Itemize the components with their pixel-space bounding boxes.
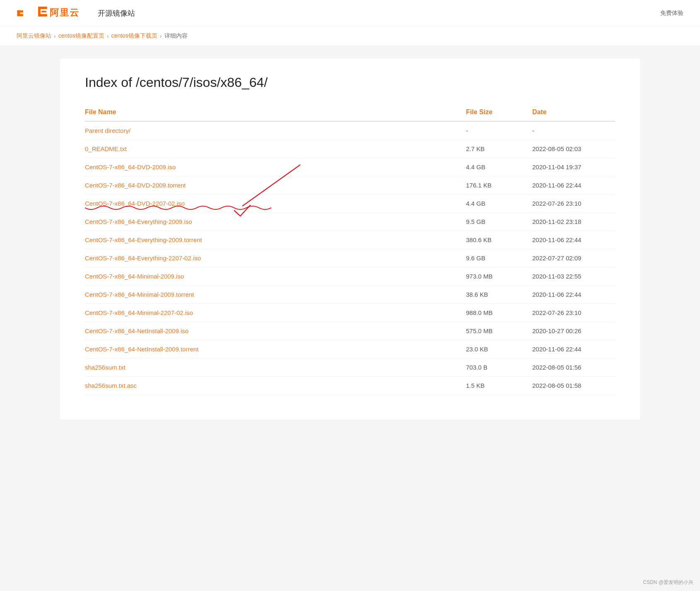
- breadcrumb: 阿里云镜像站 › centos镜像配置页 › centos镜像下载页 › 详细内…: [17, 32, 683, 40]
- table-row: CentOS-7-x86_64-NetInstall-2009.iso575.0…: [85, 322, 615, 340]
- file-link[interactable]: CentOS-7-x86_64-NetInstall-2009.torrent: [85, 346, 198, 353]
- breadcrumb-bar: 阿里云镜像站 › centos镜像配置页 › centos镜像下载页 › 详细内…: [0, 26, 700, 46]
- file-link[interactable]: sha256sum.txt: [85, 364, 126, 371]
- file-link[interactable]: CentOS-7-x86_64-DVD-2009.iso: [85, 163, 176, 171]
- file-link[interactable]: CentOS-7-x86_64-DVD-2009.torrent: [85, 182, 186, 189]
- file-name-cell[interactable]: CentOS-7-x86_64-DVD-2009.iso: [85, 158, 466, 176]
- table-row: CentOS-7-x86_64-Minimal-2009.iso973.0 MB…: [85, 267, 615, 286]
- table-row: CentOS-7-x86_64-DVD-2009.iso4.4 GB2020-1…: [85, 158, 615, 176]
- file-date-cell: 2022-07-26 23:10: [532, 304, 615, 322]
- file-link[interactable]: CentOS-7-x86_64-Everything-2009.iso: [85, 218, 192, 225]
- breadcrumb-home[interactable]: 阿里云镜像站: [17, 32, 51, 40]
- aliyun-full-logo: 阿里云: [38, 3, 88, 20]
- file-name-cell[interactable]: sha256sum.txt: [85, 358, 466, 377]
- file-size-cell: 176.1 KB: [466, 176, 532, 195]
- main-content: Index of /centos/7/isos/x86_64/ File Nam…: [60, 58, 640, 420]
- file-link[interactable]: CentOS-7-x86_64-Everything-2009.torrent: [85, 236, 202, 243]
- logo-brand: 阿里云: [38, 3, 88, 23]
- header-free-trial[interactable]: 免费体验: [660, 10, 683, 17]
- file-link[interactable]: CentOS-7-x86_64-Everything-2207-02.iso: [85, 255, 201, 262]
- file-name-cell[interactable]: CentOS-7-x86_64-Minimal-2009.torrent: [85, 286, 466, 304]
- file-name-cell[interactable]: CentOS-7-x86_64-Everything-2009.torrent: [85, 231, 466, 249]
- svg-rect-6: [41, 11, 46, 12]
- table-row: Parent directory/--: [85, 121, 615, 140]
- table-row: CentOS-7-x86_64-Everything-2207-02.iso9.…: [85, 249, 615, 267]
- file-date-cell: 2022-08-05 01:56: [532, 358, 615, 377]
- table-row: CentOS-7-x86_64-DVD-2009.torrent176.1 KB…: [85, 176, 615, 195]
- svg-text:阿里云: 阿里云: [50, 7, 80, 18]
- file-date-cell: 2022-08-05 02:03: [532, 140, 615, 158]
- logo-box: 阿里云: [17, 3, 88, 23]
- file-date-cell: -: [532, 121, 615, 140]
- file-name-cell[interactable]: Parent directory/: [85, 121, 466, 140]
- breadcrumb-sep-1: ›: [54, 33, 56, 39]
- file-date-cell: 2020-11-02 23:18: [532, 213, 615, 231]
- file-link[interactable]: CentOS-7-x86_64-Minimal-2009.torrent: [85, 291, 194, 298]
- breadcrumb-current: 详细内容: [164, 32, 188, 40]
- site-name: 开源镜像站: [98, 8, 135, 18]
- file-link[interactable]: sha256sum.txt.asc: [85, 382, 137, 389]
- file-size-cell: 973.0 MB: [466, 267, 532, 286]
- table-row: sha256sum.txt703.0 B2022-08-05 01:56: [85, 358, 615, 377]
- file-table-wrapper: File Name File Size Date Parent director…: [85, 103, 615, 395]
- aliyun-logo-icon: [17, 6, 35, 21]
- file-link[interactable]: CentOS-7-x86_64-Minimal-2207-02.iso: [85, 309, 193, 316]
- file-size-cell: 380.6 KB: [466, 231, 532, 249]
- file-size-cell: 9.6 GB: [466, 249, 532, 267]
- file-date-cell: 2022-07-27 02:09: [532, 249, 615, 267]
- breadcrumb-sep-3: ›: [160, 33, 162, 39]
- file-size-cell: 4.4 GB: [466, 158, 532, 176]
- file-link[interactable]: 0_README.txt: [85, 145, 127, 152]
- file-size-cell: 2.7 KB: [466, 140, 532, 158]
- svg-rect-1: [17, 10, 23, 12]
- logo-area: 阿里云 开源镜像站: [17, 3, 135, 23]
- table-row: CentOS-7-x86_64-Minimal-2207-02.iso988.0…: [85, 304, 615, 322]
- file-date-cell: 2022-08-05 01:58: [532, 377, 615, 395]
- file-name-cell[interactable]: sha256sum.txt.asc: [85, 377, 466, 395]
- svg-rect-5: [38, 14, 47, 17]
- file-size-cell: 1.5 KB: [466, 377, 532, 395]
- file-size-cell: -: [466, 121, 532, 140]
- file-link[interactable]: CentOS-7-x86_64-NetInstall-2009.iso: [85, 327, 188, 334]
- breadcrumb-sep-2: ›: [107, 33, 109, 39]
- file-name-cell[interactable]: CentOS-7-x86_64-Minimal-2207-02.iso: [85, 304, 466, 322]
- file-date-cell: 2020-11-06 22:44: [532, 231, 615, 249]
- table-row: CentOS-7-x86_64-Minimal-2009.torrent38.6…: [85, 286, 615, 304]
- file-name-cell[interactable]: CentOS-7-x86_64-NetInstall-2009.torrent: [85, 340, 466, 358]
- file-size-cell: 38.6 KB: [466, 286, 532, 304]
- file-name-cell[interactable]: CentOS-7-x86_64-Everything-2009.iso: [85, 213, 466, 231]
- breadcrumb-config[interactable]: centos镜像配置页: [58, 32, 104, 40]
- file-date-cell: 2020-11-04 19:37: [532, 158, 615, 176]
- file-name-cell[interactable]: CentOS-7-x86_64-DVD-2009.torrent: [85, 176, 466, 195]
- svg-rect-2: [17, 14, 23, 16]
- file-date-cell: 2020-11-06 22:44: [532, 286, 615, 304]
- file-date-cell: 2020-11-06 22:44: [532, 340, 615, 358]
- col-header-name: File Name: [85, 103, 466, 121]
- file-link[interactable]: CentOS-7-x86_64-DVD-2207-02.iso: [85, 200, 185, 207]
- file-name-cell[interactable]: CentOS-7-x86_64-Minimal-2009.iso: [85, 267, 466, 286]
- file-table: File Name File Size Date Parent director…: [85, 103, 615, 395]
- file-name-cell[interactable]: CentOS-7-x86_64-NetInstall-2009.iso: [85, 322, 466, 340]
- file-date-cell: 2020-11-03 22:55: [532, 267, 615, 286]
- file-date-cell: 2020-10-27 00:26: [532, 322, 615, 340]
- table-row: 0_README.txt2.7 KB2022-08-05 02:03: [85, 140, 615, 158]
- file-size-cell: 9.5 GB: [466, 213, 532, 231]
- file-size-cell: 575.0 MB: [466, 322, 532, 340]
- file-link[interactable]: CentOS-7-x86_64-Minimal-2009.iso: [85, 273, 184, 280]
- file-name-cell[interactable]: 0_README.txt: [85, 140, 466, 158]
- file-size-cell: 703.0 B: [466, 358, 532, 377]
- file-size-cell: 4.4 GB: [466, 195, 532, 213]
- col-header-date: Date: [532, 103, 615, 121]
- file-size-cell: 988.0 MB: [466, 304, 532, 322]
- file-name-cell[interactable]: CentOS-7-x86_64-Everything-2207-02.iso: [85, 249, 466, 267]
- svg-rect-4: [38, 7, 47, 9]
- table-row: CentOS-7-x86_64-DVD-2207-02.iso4.4 GB202…: [85, 195, 615, 213]
- file-link[interactable]: Parent directory/: [85, 127, 130, 134]
- file-name-cell[interactable]: CentOS-7-x86_64-DVD-2207-02.iso: [85, 195, 466, 213]
- page-title: Index of /centos/7/isos/x86_64/: [85, 75, 615, 90]
- file-date-cell: 2022-07-26 23:10: [532, 195, 615, 213]
- file-date-cell: 2020-11-06 22:44: [532, 176, 615, 195]
- breadcrumb-download[interactable]: centos镜像下载页: [111, 32, 157, 40]
- file-size-cell: 23.0 KB: [466, 340, 532, 358]
- table-row: CentOS-7-x86_64-Everything-2009.iso9.5 G…: [85, 213, 615, 231]
